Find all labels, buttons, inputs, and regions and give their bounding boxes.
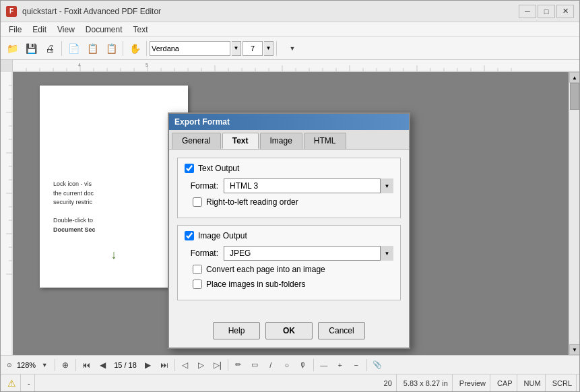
title-bar-left: F quickstart - Foxit Advanced PDF Editor (6, 6, 161, 17)
toolbar-separator-3 (146, 41, 147, 56)
zoom-dropdown-btn[interactable]: ▼ (37, 358, 52, 372)
place-images-row: Place images in sub-folders (185, 280, 393, 289)
page-line2: the current doc (53, 190, 94, 197)
rtl-row: Right-to-left reading order (185, 197, 393, 207)
rtl-checkbox[interactable] (193, 197, 202, 207)
mic-tool[interactable]: 🎙 (296, 358, 311, 372)
text-output-row: Text Output (185, 164, 393, 173)
ruler-corner (1, 60, 13, 72)
dash-tool[interactable]: — (317, 358, 331, 372)
save-button[interactable]: 💾 (22, 40, 40, 57)
scroll-down-button[interactable]: ▼ (569, 344, 579, 355)
circle-tool[interactable]: ○ (280, 358, 294, 372)
nav-prev-button[interactable]: ◀ (95, 358, 110, 372)
rtl-label: Right-to-left reading order (206, 197, 298, 207)
nav-next-button[interactable]: ▶ (141, 358, 156, 372)
zoom-dropdown-button[interactable]: ▼ (280, 40, 305, 57)
next-marker-btn[interactable]: ▷| (210, 358, 225, 372)
print-button[interactable]: 🖨 (41, 40, 59, 57)
tab-html[interactable]: HTML (304, 133, 346, 149)
text-format-select[interactable]: HTML 3 HTML 4 Text (224, 178, 393, 193)
font-size-area: ▼ (243, 41, 273, 56)
title-bar: F quickstart - Foxit Advanced PDF Editor… (1, 1, 579, 22)
menu-view[interactable]: View (52, 24, 80, 36)
status-bar: ⚠ - 20 5.83 x 8.27 in Preview CAP NUM SC… (1, 374, 579, 391)
font-dropdown-arrow[interactable]: ▼ (232, 41, 241, 56)
close-button[interactable]: ✕ (556, 5, 574, 18)
line-tool[interactable]: / (263, 358, 278, 372)
vertical-scrollbar[interactable]: ▲ ▼ (569, 72, 579, 355)
properties-button[interactable]: 📋 (102, 40, 120, 57)
svg-text:4: 4 (78, 63, 81, 67)
scroll-track[interactable] (569, 83, 579, 344)
maximize-button[interactable]: □ (538, 5, 555, 18)
svg-text:5: 5 (146, 63, 148, 67)
bt-sep-4 (228, 359, 228, 371)
tab-general[interactable]: General (172, 133, 221, 149)
open-file-button[interactable]: 📁 (3, 40, 21, 57)
page-content-area: Lock icon - vis the current doc security… (40, 86, 188, 275)
zoom-level: 128% (17, 361, 36, 369)
scroll-up-button[interactable]: ▲ (569, 72, 579, 83)
attach-tool[interactable]: 📎 (370, 358, 385, 372)
place-images-checkbox[interactable] (193, 280, 202, 289)
toolbar-separator-4 (276, 41, 277, 56)
scroll-thumb[interactable] (570, 83, 579, 110)
status-num: NUM (520, 374, 546, 391)
menu-document[interactable]: Document (80, 24, 128, 36)
nav-last-button[interactable]: ⏭ (157, 358, 172, 372)
format-label-text: Format: (185, 181, 218, 191)
dialog-title-bar: Export Format (169, 114, 409, 130)
open-button[interactable]: 📄 (65, 40, 82, 57)
next-page-btn[interactable]: ▷ (194, 358, 209, 372)
font-size-dropdown-arrow[interactable]: ▼ (264, 41, 273, 56)
menu-file[interactable]: File (3, 24, 27, 36)
menu-bar: File Edit View Document Text (1, 22, 579, 37)
tab-text[interactable]: Text (222, 133, 259, 149)
plus-tool[interactable]: + (333, 358, 348, 372)
hand-button[interactable]: ✋ (126, 40, 143, 57)
cancel-button[interactable]: Cancel (318, 322, 365, 339)
prev-page-btn[interactable]: ◁ (178, 358, 193, 372)
image-output-checkbox[interactable] (185, 231, 194, 240)
ok-button[interactable]: OK (265, 322, 313, 339)
minimize-button[interactable]: ─ (519, 5, 536, 18)
page-counter: 15 / 18 (111, 361, 139, 369)
app-icon: F (6, 6, 17, 17)
nav-first-button[interactable]: ⏮ (79, 358, 94, 372)
text-output-checkbox[interactable] (185, 164, 194, 173)
text-output-label: Text Output (198, 164, 239, 173)
zoom-fit-button[interactable]: ⊙ (3, 359, 15, 371)
rect-tool[interactable]: ▭ (247, 358, 262, 372)
image-output-section: Image Output Format: JPEG PNG BMP TIFF ▼ (177, 225, 401, 300)
close-doc-button[interactable]: 📋 (84, 40, 101, 57)
bottom-toolbar: ⊙ 128% ▼ ⊕ ⏮ ◀ 15 / 18 ▶ ⏭ ◁ ▷ ▷| ✏ ▭ / … (1, 355, 579, 374)
image-output-row: Image Output (185, 231, 393, 240)
font-selector-area: ▼ (150, 41, 241, 56)
font-name-input[interactable] (150, 41, 230, 56)
minus-tool[interactable]: − (349, 358, 364, 372)
image-output-label: Image Output (198, 231, 247, 240)
image-format-select[interactable]: JPEG PNG BMP TIFF (224, 246, 393, 261)
convert-each-page-row: Convert each page into an image (185, 265, 393, 274)
page-line1: Lock icon - vis (53, 181, 92, 187)
export-format-dialog: Export Format General Text Image HTML Te… (168, 112, 410, 349)
pencil-tool[interactable]: ✏ (231, 358, 246, 372)
window-title: quickstart - Foxit Advanced PDF Editor (22, 7, 161, 16)
place-images-label: Place images in sub-folders (206, 280, 305, 289)
convert-each-page-checkbox[interactable] (193, 265, 202, 274)
dialog-title: Export Format (174, 117, 230, 127)
content-area: Lock icon - vis the current doc security… (1, 72, 579, 355)
status-cap: CAP (493, 374, 517, 391)
help-button[interactable]: Help (213, 322, 260, 339)
dialog-body: Text Output Format: HTML 3 HTML 4 Text ▼ (169, 150, 409, 315)
zoom-in-btn[interactable]: ⊕ (58, 358, 73, 372)
tab-image[interactable]: Image (260, 133, 302, 149)
status-mode: Preview (455, 374, 490, 391)
menu-edit[interactable]: Edit (27, 24, 52, 36)
menu-text[interactable]: Text (128, 24, 154, 36)
dialog-tabs: General Text Image HTML (169, 130, 409, 150)
font-size-input[interactable] (243, 41, 263, 56)
status-scrl: SCRL (548, 374, 577, 391)
page-text: Lock icon - vis the current doc security… (53, 180, 174, 234)
